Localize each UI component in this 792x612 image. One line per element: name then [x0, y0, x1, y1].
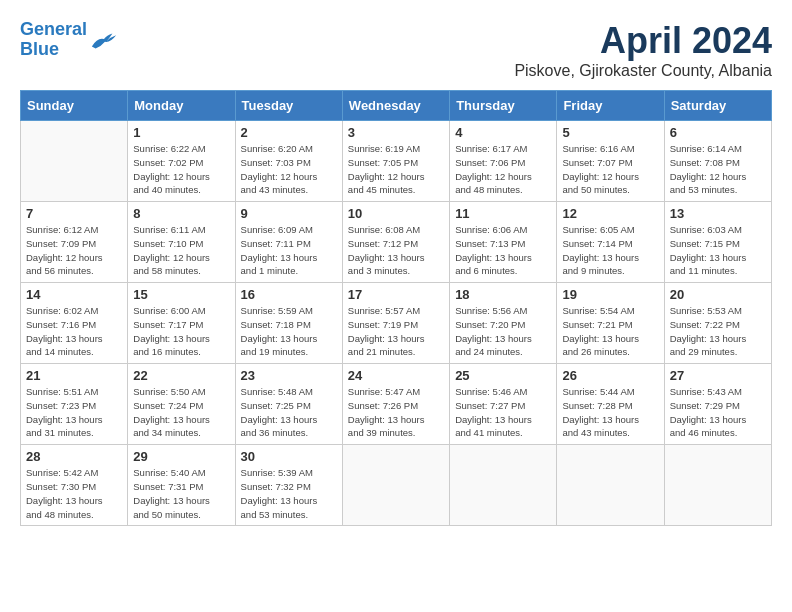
day-info: Sunrise: 5:44 AMSunset: 7:28 PMDaylight:… — [562, 385, 658, 440]
day-info: Sunrise: 6:03 AMSunset: 7:15 PMDaylight:… — [670, 223, 766, 278]
day-number: 20 — [670, 287, 766, 302]
day-number: 1 — [133, 125, 229, 140]
calendar-cell: 1Sunrise: 6:22 AMSunset: 7:02 PMDaylight… — [128, 121, 235, 202]
weekday-header: Sunday — [21, 91, 128, 121]
day-number: 30 — [241, 449, 337, 464]
day-number: 27 — [670, 368, 766, 383]
day-info: Sunrise: 5:59 AMSunset: 7:18 PMDaylight:… — [241, 304, 337, 359]
day-info: Sunrise: 6:08 AMSunset: 7:12 PMDaylight:… — [348, 223, 444, 278]
calendar-cell: 8Sunrise: 6:11 AMSunset: 7:10 PMDaylight… — [128, 202, 235, 283]
day-number: 16 — [241, 287, 337, 302]
day-info: Sunrise: 5:54 AMSunset: 7:21 PMDaylight:… — [562, 304, 658, 359]
month-title: April 2024 — [514, 20, 772, 62]
day-info: Sunrise: 5:43 AMSunset: 7:29 PMDaylight:… — [670, 385, 766, 440]
calendar-cell: 22Sunrise: 5:50 AMSunset: 7:24 PMDayligh… — [128, 364, 235, 445]
day-info: Sunrise: 6:09 AMSunset: 7:11 PMDaylight:… — [241, 223, 337, 278]
calendar-week-row: 21Sunrise: 5:51 AMSunset: 7:23 PMDayligh… — [21, 364, 772, 445]
day-number: 6 — [670, 125, 766, 140]
day-info: Sunrise: 5:40 AMSunset: 7:31 PMDaylight:… — [133, 466, 229, 521]
weekday-header: Monday — [128, 91, 235, 121]
calendar-cell: 14Sunrise: 6:02 AMSunset: 7:16 PMDayligh… — [21, 283, 128, 364]
calendar-table: SundayMondayTuesdayWednesdayThursdayFrid… — [20, 90, 772, 526]
day-number: 22 — [133, 368, 229, 383]
day-info: Sunrise: 6:00 AMSunset: 7:17 PMDaylight:… — [133, 304, 229, 359]
day-info: Sunrise: 6:20 AMSunset: 7:03 PMDaylight:… — [241, 142, 337, 197]
day-number: 26 — [562, 368, 658, 383]
weekday-header: Wednesday — [342, 91, 449, 121]
calendar-cell — [342, 445, 449, 526]
calendar-cell: 15Sunrise: 6:00 AMSunset: 7:17 PMDayligh… — [128, 283, 235, 364]
day-info: Sunrise: 5:50 AMSunset: 7:24 PMDaylight:… — [133, 385, 229, 440]
day-number: 29 — [133, 449, 229, 464]
calendar-week-row: 1Sunrise: 6:22 AMSunset: 7:02 PMDaylight… — [21, 121, 772, 202]
day-number: 10 — [348, 206, 444, 221]
calendar-week-row: 7Sunrise: 6:12 AMSunset: 7:09 PMDaylight… — [21, 202, 772, 283]
calendar-cell: 25Sunrise: 5:46 AMSunset: 7:27 PMDayligh… — [450, 364, 557, 445]
day-info: Sunrise: 5:48 AMSunset: 7:25 PMDaylight:… — [241, 385, 337, 440]
calendar-cell: 17Sunrise: 5:57 AMSunset: 7:19 PMDayligh… — [342, 283, 449, 364]
day-info: Sunrise: 6:05 AMSunset: 7:14 PMDaylight:… — [562, 223, 658, 278]
day-info: Sunrise: 6:12 AMSunset: 7:09 PMDaylight:… — [26, 223, 122, 278]
calendar-cell — [450, 445, 557, 526]
weekday-header: Tuesday — [235, 91, 342, 121]
day-info: Sunrise: 6:06 AMSunset: 7:13 PMDaylight:… — [455, 223, 551, 278]
day-info: Sunrise: 5:51 AMSunset: 7:23 PMDaylight:… — [26, 385, 122, 440]
calendar-cell: 29Sunrise: 5:40 AMSunset: 7:31 PMDayligh… — [128, 445, 235, 526]
day-number: 25 — [455, 368, 551, 383]
day-info: Sunrise: 6:14 AMSunset: 7:08 PMDaylight:… — [670, 142, 766, 197]
day-info: Sunrise: 6:19 AMSunset: 7:05 PMDaylight:… — [348, 142, 444, 197]
day-info: Sunrise: 5:56 AMSunset: 7:20 PMDaylight:… — [455, 304, 551, 359]
day-number: 2 — [241, 125, 337, 140]
calendar-cell: 4Sunrise: 6:17 AMSunset: 7:06 PMDaylight… — [450, 121, 557, 202]
calendar-cell: 5Sunrise: 6:16 AMSunset: 7:07 PMDaylight… — [557, 121, 664, 202]
calendar-week-row: 28Sunrise: 5:42 AMSunset: 7:30 PMDayligh… — [21, 445, 772, 526]
day-number: 15 — [133, 287, 229, 302]
calendar-cell: 27Sunrise: 5:43 AMSunset: 7:29 PMDayligh… — [664, 364, 771, 445]
calendar-cell: 3Sunrise: 6:19 AMSunset: 7:05 PMDaylight… — [342, 121, 449, 202]
logo-text: GeneralBlue — [20, 20, 87, 60]
day-number: 19 — [562, 287, 658, 302]
calendar-cell — [21, 121, 128, 202]
calendar-cell: 7Sunrise: 6:12 AMSunset: 7:09 PMDaylight… — [21, 202, 128, 283]
day-number: 24 — [348, 368, 444, 383]
day-number: 23 — [241, 368, 337, 383]
page-header: GeneralBlue April 2024 Piskove, Gjirokas… — [20, 20, 772, 80]
calendar-header-row: SundayMondayTuesdayWednesdayThursdayFrid… — [21, 91, 772, 121]
calendar-cell: 10Sunrise: 6:08 AMSunset: 7:12 PMDayligh… — [342, 202, 449, 283]
weekday-header: Thursday — [450, 91, 557, 121]
day-info: Sunrise: 6:17 AMSunset: 7:06 PMDaylight:… — [455, 142, 551, 197]
logo-bird-icon — [90, 29, 118, 51]
day-info: Sunrise: 6:02 AMSunset: 7:16 PMDaylight:… — [26, 304, 122, 359]
title-area: April 2024 Piskove, Gjirokaster County, … — [514, 20, 772, 80]
day-info: Sunrise: 5:46 AMSunset: 7:27 PMDaylight:… — [455, 385, 551, 440]
calendar-cell: 20Sunrise: 5:53 AMSunset: 7:22 PMDayligh… — [664, 283, 771, 364]
calendar-week-row: 14Sunrise: 6:02 AMSunset: 7:16 PMDayligh… — [21, 283, 772, 364]
day-number: 13 — [670, 206, 766, 221]
calendar-cell: 9Sunrise: 6:09 AMSunset: 7:11 PMDaylight… — [235, 202, 342, 283]
weekday-header: Saturday — [664, 91, 771, 121]
calendar-cell: 26Sunrise: 5:44 AMSunset: 7:28 PMDayligh… — [557, 364, 664, 445]
day-number: 14 — [26, 287, 122, 302]
calendar-cell: 19Sunrise: 5:54 AMSunset: 7:21 PMDayligh… — [557, 283, 664, 364]
calendar-cell: 16Sunrise: 5:59 AMSunset: 7:18 PMDayligh… — [235, 283, 342, 364]
weekday-header: Friday — [557, 91, 664, 121]
calendar-cell: 13Sunrise: 6:03 AMSunset: 7:15 PMDayligh… — [664, 202, 771, 283]
day-info: Sunrise: 5:47 AMSunset: 7:26 PMDaylight:… — [348, 385, 444, 440]
day-number: 4 — [455, 125, 551, 140]
calendar-cell: 21Sunrise: 5:51 AMSunset: 7:23 PMDayligh… — [21, 364, 128, 445]
calendar-cell — [664, 445, 771, 526]
calendar-cell: 11Sunrise: 6:06 AMSunset: 7:13 PMDayligh… — [450, 202, 557, 283]
day-info: Sunrise: 6:22 AMSunset: 7:02 PMDaylight:… — [133, 142, 229, 197]
day-number: 8 — [133, 206, 229, 221]
day-info: Sunrise: 5:53 AMSunset: 7:22 PMDaylight:… — [670, 304, 766, 359]
day-number: 9 — [241, 206, 337, 221]
logo: GeneralBlue — [20, 20, 118, 60]
day-info: Sunrise: 6:16 AMSunset: 7:07 PMDaylight:… — [562, 142, 658, 197]
day-number: 7 — [26, 206, 122, 221]
day-number: 5 — [562, 125, 658, 140]
calendar-cell: 23Sunrise: 5:48 AMSunset: 7:25 PMDayligh… — [235, 364, 342, 445]
calendar-cell: 12Sunrise: 6:05 AMSunset: 7:14 PMDayligh… — [557, 202, 664, 283]
day-number: 11 — [455, 206, 551, 221]
calendar-cell: 28Sunrise: 5:42 AMSunset: 7:30 PMDayligh… — [21, 445, 128, 526]
day-number: 3 — [348, 125, 444, 140]
